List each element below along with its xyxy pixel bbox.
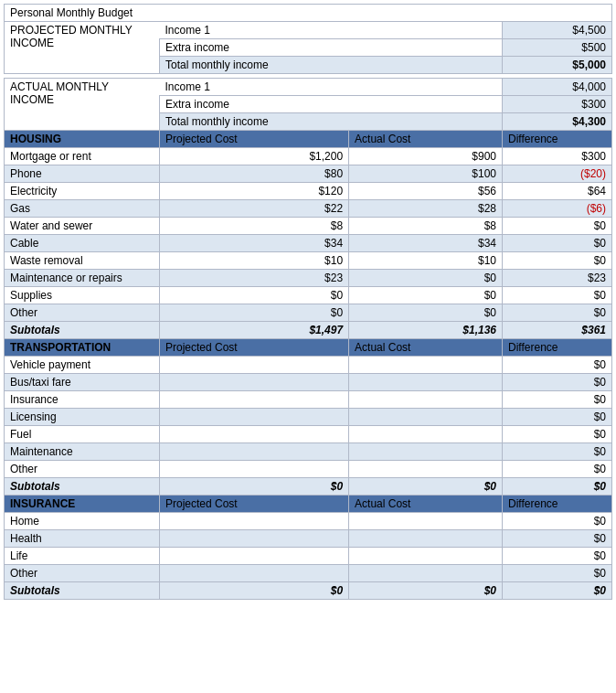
transport-item-2-name: Insurance [5,391,160,409]
transport-header: TRANSPORTATION Projected Cost Actual Cos… [5,339,612,357]
housing-item-3-actual: $28 [349,200,503,218]
housing-item-1-diff: ($20) [503,165,612,183]
actual-income-1-name: Income 1 [160,79,503,96]
housing-item-5-name: Cable [5,235,160,252]
actual-income-3-name: Total monthly income [160,113,503,131]
housing-header: HOUSING Projected Cost Actual Cost Diffe… [5,131,612,148]
insurance-subtotal-actual: $0 [349,582,503,600]
housing-item-4-diff: $0 [503,218,612,235]
housing-item-4-actual: $8 [349,218,503,235]
housing-row-2: Electricity $120 $56 $64 [5,183,612,200]
transport-item-3-name: Licensing [5,409,160,426]
housing-item-7-diff: $23 [503,270,612,287]
proj-income-3-value: $5,000 [503,57,612,74]
insurance-item-0-name: Home [5,513,160,530]
transport-item-2-diff: $0 [503,391,612,409]
transport-subtotal-diff: $0 [503,478,612,496]
transport-row-4: Fuel $0 [5,426,612,443]
housing-item-9-proj: $0 [160,304,349,322]
transport-row-1: Bus/taxi fare $0 [5,374,612,391]
housing-col2: Actual Cost [349,131,503,148]
housing-item-4-name: Water and sewer [5,218,160,235]
insurance-subtotal: Subtotals $0 $0 $0 [5,582,612,600]
insurance-subtotal-label: Subtotals [5,582,160,600]
insurance-section-label: INSURANCE [5,496,160,513]
actual-income-3-value: $4,300 [503,113,612,131]
housing-subtotal-proj: $1,497 [160,322,349,339]
housing-item-0-diff: $300 [503,148,612,165]
insurance-item-1-diff: $0 [503,530,612,548]
housing-row-0: Mortgage or rent $1,200 $900 $300 [5,148,612,165]
insurance-col1: Projected Cost [160,496,349,513]
transport-col2: Actual Cost [349,339,503,357]
transport-item-1-diff: $0 [503,374,612,391]
insurance-row-0: Home $0 [5,513,612,530]
housing-item-4-proj: $8 [160,218,349,235]
housing-item-5-actual: $34 [349,235,503,252]
transport-col1: Projected Cost [160,339,349,357]
housing-item-1-actual: $100 [349,165,503,183]
proj-income-2-name: Extra income [160,39,503,57]
housing-col1: Projected Cost [160,131,349,148]
housing-item-5-diff: $0 [503,235,612,252]
insurance-subtotal-proj: $0 [160,582,349,600]
housing-item-6-name: Waste removal [5,252,160,270]
housing-item-3-proj: $22 [160,200,349,218]
housing-subtotal-diff: $361 [503,322,612,339]
transport-item-3-diff: $0 [503,409,612,426]
proj-income-2-value: $500 [503,39,612,57]
transport-item-6-diff: $0 [503,461,612,478]
actual-income-1-value: $4,000 [503,79,612,96]
housing-subtotal: Subtotals $1,497 $1,136 $361 [5,322,612,339]
insurance-item-0-diff: $0 [503,513,612,530]
housing-item-1-proj: $80 [160,165,349,183]
housing-subtotal-actual: $1,136 [349,322,503,339]
transport-item-0-actual [349,357,503,374]
proj-income-row-1: PROJECTED MONTHLY INCOME Income 1 $4,500 [5,22,612,39]
transport-item-4-name: Fuel [5,426,160,443]
housing-row-1: Phone $80 $100 ($20) [5,165,612,183]
housing-item-2-diff: $64 [503,183,612,200]
transport-row-5: Maintenance $0 [5,443,612,461]
housing-item-8-diff: $0 [503,287,612,304]
housing-item-6-actual: $10 [349,252,503,270]
housing-col3: Difference [503,131,612,148]
transport-item-1-name: Bus/taxi fare [5,374,160,391]
actual-income-2-value: $300 [503,96,612,113]
housing-row-6: Waste removal $10 $10 $0 [5,252,612,270]
page: Personal Monthly Budget PROJECTED MONTHL… [0,0,616,603]
insurance-row-2: Life $0 [5,548,612,565]
insurance-col3: Difference [503,496,612,513]
housing-item-6-proj: $10 [160,252,349,270]
transport-subtotal: Subtotals $0 $0 $0 [5,478,612,496]
transport-item-6-name: Other [5,461,160,478]
housing-item-8-actual: $0 [349,287,503,304]
housing-row-8: Supplies $0 $0 $0 [5,287,612,304]
housing-item-2-proj: $120 [160,183,349,200]
transport-row-2: Insurance $0 [5,391,612,409]
transport-subtotal-actual: $0 [349,478,503,496]
actual-income-label: ACTUAL MONTHLY INCOME [5,79,160,131]
housing-item-9-name: Other [5,304,160,322]
insurance-item-3-diff: $0 [503,565,612,582]
housing-item-0-actual: $900 [349,148,503,165]
housing-item-7-actual: $0 [349,270,503,287]
housing-item-6-diff: $0 [503,252,612,270]
title-row: Personal Monthly Budget [5,5,612,22]
housing-item-3-name: Gas [5,200,160,218]
insurance-header: INSURANCE Projected Cost Actual Cost Dif… [5,496,612,513]
housing-item-0-proj: $1,200 [160,148,349,165]
insurance-item-1-name: Health [5,530,160,548]
transport-item-4-diff: $0 [503,426,612,443]
housing-item-5-proj: $34 [160,235,349,252]
housing-subtotal-label: Subtotals [5,322,160,339]
transport-row-6: Other $0 [5,461,612,478]
housing-item-8-name: Supplies [5,287,160,304]
transport-section-label: TRANSPORTATION [5,339,160,357]
insurance-row-1: Health $0 [5,530,612,548]
insurance-item-2-name: Life [5,548,160,565]
insurance-col2: Actual Cost [349,496,503,513]
housing-section-label: HOUSING [5,131,160,148]
insurance-subtotal-diff: $0 [503,582,612,600]
transport-item-5-name: Maintenance [5,443,160,461]
